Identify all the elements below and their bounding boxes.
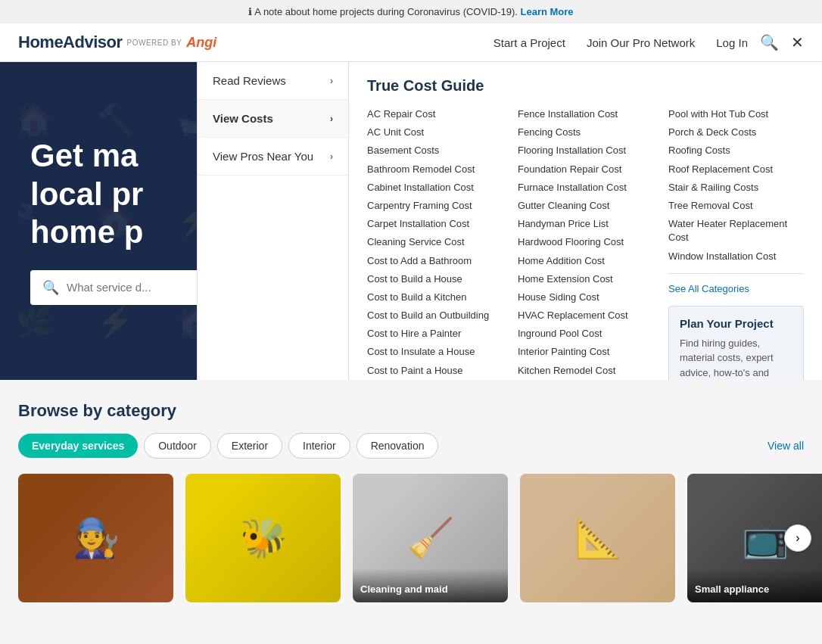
link-carpentry[interactable]: Carpentry Framing Cost	[367, 197, 503, 215]
link-roof-replacement[interactable]: Roof Replacement Cost	[668, 160, 804, 179]
link-foundation[interactable]: Foundation Repair Cost	[518, 160, 653, 179]
link-build-outbuilding[interactable]: Cost to Build an Outbuilding	[367, 306, 503, 325]
sidebar-read-reviews[interactable]: Read Reviews ›	[198, 62, 348, 100]
link-fencing[interactable]: Fencing Costs	[518, 123, 653, 142]
cost-col-1: AC Repair Cost AC Unit Cost Basement Cos…	[367, 105, 503, 380]
link-roofing[interactable]: Roofing Costs	[668, 142, 804, 160]
hero-content: Get malocal prhome p 🔍	[30, 137, 223, 304]
header: HomeAdvisor POWERED BY Angi Start a Proj…	[0, 23, 822, 62]
link-pool-hot-tub[interactable]: Pool with Hot Tub Cost	[668, 105, 804, 123]
sidebar-view-costs[interactable]: View Costs ›	[198, 100, 348, 138]
link-add-bathroom[interactable]: Cost to Add a Bathroom	[367, 252, 503, 270]
link-kitchen-remodel[interactable]: Kitchen Remodel Cost	[518, 362, 653, 380]
header-nav: Start a Project Join Our Pro Network Log…	[494, 36, 748, 49]
logo-area: HomeAdvisor POWERED BY Angi	[18, 33, 494, 52]
link-fence-install[interactable]: Fence Installation Cost	[518, 105, 653, 123]
card-5-label: Small appliance	[687, 568, 822, 602]
link-home-extension[interactable]: Home Extension Cost	[518, 270, 653, 288]
hero-title: Get malocal prhome p	[30, 137, 223, 251]
log-in-link[interactable]: Log In	[716, 36, 748, 49]
search-input[interactable]	[67, 281, 210, 294]
link-tree-removal[interactable]: Tree Removal Cost	[668, 197, 804, 215]
join-pro-network-link[interactable]: Join Our Pro Network	[587, 36, 695, 49]
service-card-2[interactable]: 🐝	[185, 474, 341, 602]
banner-learn-more-link[interactable]: Learn More	[521, 6, 574, 17]
link-porch-deck[interactable]: Porch & Deck Costs	[668, 123, 804, 142]
link-home-addition[interactable]: Home Addition Cost	[518, 252, 653, 270]
browse-section: Browse by category Everyday services Out…	[0, 380, 822, 624]
link-water-heater[interactable]: Water Heater Replacement Cost	[668, 215, 804, 247]
link-build-house[interactable]: Cost to Build a House	[367, 270, 503, 288]
link-interior-painting[interactable]: Interior Painting Cost	[518, 343, 653, 361]
service-card-3[interactable]: 🧹 Cleaning and maid	[353, 474, 508, 602]
service-cards: 🧑‍🔧 🐝 🧹 Cleaning and maid 📐 📺	[18, 474, 804, 602]
nav-dropdown: Read Reviews › View Costs › View Pros Ne…	[197, 62, 822, 380]
nav-main-content: True Cost Guide AC Repair Cost AC Unit C…	[349, 62, 822, 380]
search-icon: 🔍	[42, 279, 59, 296]
card-1-bg: 🧑‍🔧	[18, 474, 173, 602]
search-bar: 🔍	[30, 270, 223, 305]
view-pros-label: View Pros Near You	[213, 150, 313, 163]
link-hardwood[interactable]: Hardwood Flooring Cost	[518, 233, 653, 251]
link-hvac[interactable]: HVAC Replacement Cost	[518, 306, 653, 325]
link-ac-repair[interactable]: AC Repair Cost	[367, 105, 503, 123]
view-costs-label: View Costs	[213, 112, 273, 125]
card-4-bg: 📐	[520, 474, 675, 602]
start-project-link[interactable]: Start a Project	[494, 36, 565, 49]
powered-by-text: POWERED BY	[127, 39, 182, 47]
link-bathroom-remodel[interactable]: Bathroom Remodel Cost	[367, 160, 503, 179]
search-button[interactable]: 🔍	[760, 33, 779, 51]
card-1-icon: 🧑‍🔧	[18, 474, 173, 602]
sidebar-view-pros[interactable]: View Pros Near You ›	[198, 138, 348, 176]
top-banner: ℹ A note about home projects during Coro…	[0, 0, 822, 23]
card-4-icon: 📐	[520, 474, 675, 602]
link-furnace[interactable]: Furnace Installation Cost	[518, 179, 653, 197]
tab-everyday-services[interactable]: Everyday services	[18, 434, 138, 458]
card-2-icon: 🐝	[185, 474, 341, 602]
tab-exterior[interactable]: Exterior	[217, 433, 282, 459]
link-ac-unit[interactable]: AC Unit Cost	[367, 123, 503, 142]
category-tabs: Everyday services Outdoor Exterior Inter…	[18, 433, 804, 459]
link-flooring[interactable]: Flooring Installation Cost	[518, 142, 653, 160]
nav-sidebar: Read Reviews › View Costs › View Pros Ne…	[198, 62, 349, 380]
view-all-link[interactable]: View all	[768, 440, 804, 452]
link-build-kitchen[interactable]: Cost to Build a Kitchen	[367, 288, 503, 306]
plan-project-title: Plan Your Project	[680, 317, 792, 330]
browse-title: Browse by category	[18, 401, 804, 421]
service-card-1[interactable]: 🧑‍🔧	[18, 474, 173, 602]
link-cabinet[interactable]: Cabinet Installation Cost	[367, 179, 503, 197]
link-gutter[interactable]: Gutter Cleaning Cost	[518, 197, 653, 215]
link-inground-pool[interactable]: Inground Pool Cost	[518, 325, 653, 343]
link-insulate-house[interactable]: Cost to Insulate a House	[367, 343, 503, 361]
true-cost-guide-title: True Cost Guide	[367, 77, 804, 95]
cost-col-2: Fence Installation Cost Fencing Costs Fl…	[518, 105, 653, 380]
tab-outdoor[interactable]: Outdoor	[144, 433, 211, 459]
plan-project-box: Plan Your Project Find hiring guides, ma…	[668, 306, 804, 380]
link-carpet[interactable]: Carpet Installation Cost	[367, 215, 503, 233]
link-basement[interactable]: Basement Costs	[367, 142, 503, 160]
link-cleaning[interactable]: Cleaning Service Cost	[367, 233, 503, 251]
link-house-siding[interactable]: House Siding Cost	[518, 288, 653, 306]
read-reviews-label: Read Reviews	[213, 74, 286, 87]
card-2-bg: 🐝	[185, 474, 341, 602]
chevron-right-icon-3: ›	[330, 151, 333, 162]
see-all-categories-link[interactable]: See All Categories	[668, 283, 749, 294]
link-stair-railing[interactable]: Stair & Railing Costs	[668, 179, 804, 197]
plan-project-description: Find hiring guides, material costs, expe…	[680, 336, 792, 380]
cost-col-3: Pool with Hot Tub Cost Porch & Deck Cost…	[668, 105, 804, 380]
link-paint-house[interactable]: Cost to Paint a House	[367, 362, 503, 380]
tab-renovation[interactable]: Renovation	[357, 433, 439, 459]
chevron-right-icon-2: ›	[330, 114, 333, 124]
close-button[interactable]: ✕	[791, 33, 804, 51]
banner-icon: ℹ	[248, 6, 252, 17]
link-hire-painter[interactable]: Cost to Hire a Painter	[367, 325, 503, 343]
service-card-4[interactable]: 📐	[520, 474, 675, 602]
cost-links-container: AC Repair Cost AC Unit Cost Basement Cos…	[367, 105, 804, 380]
next-arrow-button[interactable]: ›	[784, 524, 811, 552]
banner-text: A note about home projects during Corona…	[254, 6, 518, 17]
link-handyman[interactable]: Handyman Price List	[518, 215, 653, 233]
logo-text[interactable]: HomeAdvisor	[18, 33, 123, 52]
link-window-install[interactable]: Window Installation Cost	[668, 247, 804, 266]
card-3-label: Cleaning and maid	[353, 568, 508, 602]
tab-interior[interactable]: Interior	[288, 433, 350, 459]
